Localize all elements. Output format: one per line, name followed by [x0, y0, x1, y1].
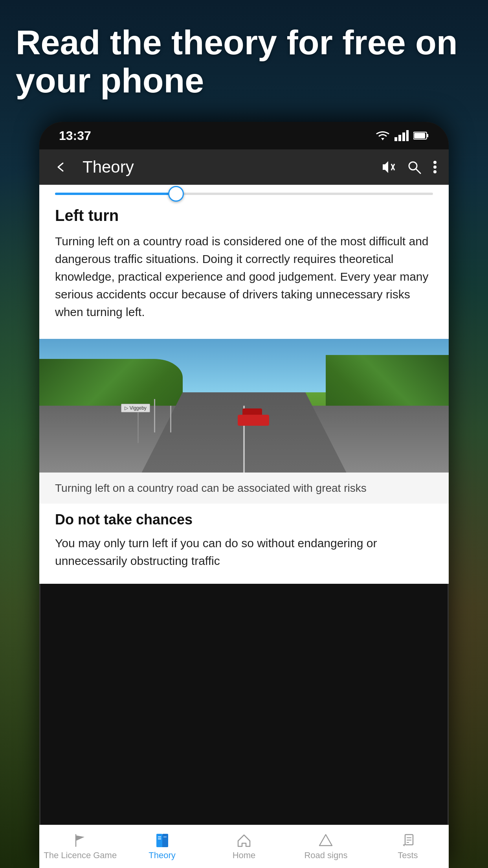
slider-fill: [55, 193, 176, 195]
svg-rect-1: [394, 137, 397, 141]
svg-point-14: [433, 170, 437, 173]
car-body: [238, 415, 269, 426]
svg-line-11: [416, 169, 420, 173]
status-icons: [376, 130, 429, 141]
svg-rect-4: [406, 130, 409, 141]
toolbar-actions: [380, 160, 437, 174]
nav-label-road-signs: Road signs: [304, 850, 347, 861]
svg-point-13: [433, 166, 437, 169]
book-icon: [154, 833, 171, 848]
bottom-nav: The Licence Game Theory: [39, 825, 449, 868]
slider-thumb[interactable]: [168, 186, 184, 202]
phone-mockup: 13:37: [39, 122, 449, 868]
article-main: Left turn Turning left on a country road…: [39, 199, 449, 339]
svg-rect-3: [402, 132, 405, 141]
svg-rect-6: [427, 134, 428, 137]
nav-label-licence-game: The Licence Game: [44, 850, 117, 861]
search-icon[interactable]: [407, 160, 421, 174]
toolbar-title: Theory: [83, 158, 372, 177]
nav-label-tests: Tests: [398, 850, 418, 861]
image-caption: Turning left on a country road can be as…: [39, 473, 449, 504]
triangle-icon: [318, 833, 333, 848]
status-bar: 13:37: [39, 122, 449, 149]
battery-icon: [413, 131, 429, 140]
content-scroll[interactable]: Left turn Turning left on a country road…: [39, 185, 449, 868]
nav-label-theory: Theory: [149, 850, 175, 861]
more-icon[interactable]: [433, 160, 437, 174]
pencil-icon: [400, 833, 415, 848]
svg-rect-7: [414, 133, 425, 138]
slider-track[interactable]: [55, 193, 433, 195]
back-button[interactable]: [51, 153, 71, 181]
article-section-2: Do not take chances You may only turn le…: [39, 504, 449, 584]
nav-item-theory[interactable]: Theory: [121, 825, 203, 868]
status-time: 13:37: [59, 129, 91, 143]
app-toolbar: Theory: [39, 149, 449, 185]
phone-body: 13:37: [39, 122, 449, 868]
article-image: ▷ Viggeby: [39, 339, 449, 473]
nav-item-home[interactable]: Home: [203, 825, 285, 868]
nav-label-home: Home: [233, 850, 256, 861]
svg-point-12: [433, 161, 437, 164]
svg-marker-0: [381, 138, 384, 140]
svg-rect-2: [398, 135, 401, 141]
car: [238, 410, 269, 426]
article-paragraph-2: You may only turn left if you can do so …: [55, 534, 433, 570]
page-headline: Read the theory for free on your phone: [16, 24, 472, 100]
mute-icon[interactable]: [380, 160, 395, 174]
progress-slider-container[interactable]: [39, 185, 449, 199]
wifi-icon: [376, 130, 390, 141]
guardrail-left: [154, 399, 155, 432]
flag-icon: [73, 833, 88, 848]
signal-icon: [394, 130, 409, 141]
article-heading-1: Left turn: [55, 207, 433, 224]
article-paragraph-1: Turning left on a country road is consid…: [55, 232, 433, 321]
article-heading-2: Do not take chances: [55, 511, 433, 528]
guardrail-left2: [170, 406, 171, 432]
nav-item-road-signs[interactable]: Road signs: [285, 825, 367, 868]
road-sign: ▷ Viggeby: [121, 404, 150, 412]
nav-item-licence-game[interactable]: The Licence Game: [39, 825, 121, 868]
home-icon: [237, 833, 251, 848]
nav-item-tests[interactable]: Tests: [367, 825, 449, 868]
